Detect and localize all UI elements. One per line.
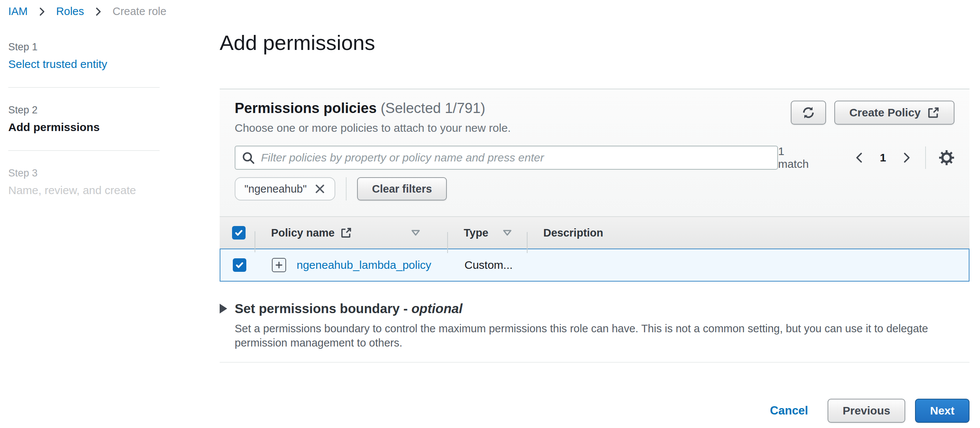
permissions-boundary-title: Set permissions boundary - optional (235, 301, 463, 316)
expand-row-icon[interactable] (272, 258, 286, 272)
permissions-boundary-section: Set permissions boundary - optional Set … (220, 301, 969, 363)
create-policy-label: Create Policy (850, 106, 921, 119)
filter-chip-ngeneahub: "ngeneahub" (235, 177, 335, 200)
panel-subtitle: Choose one or more policies to attach to… (235, 121, 511, 135)
panel-actions: Create Policy (791, 100, 955, 125)
step-2-label: Step 2 (8, 103, 159, 116)
breadcrumb-roles[interactable]: Roles (56, 5, 84, 18)
chevron-right-icon (94, 7, 103, 16)
policies-table: Policy name Type (220, 216, 969, 282)
step-2: Step 2 Add permissions (8, 103, 159, 135)
column-type[interactable]: Type (464, 227, 488, 239)
wizard-footer: Cancel Previous Next (220, 399, 969, 423)
step-divider (8, 150, 159, 151)
step-3-title-name-review-create: Name, review, and create (8, 183, 159, 198)
cancel-button[interactable]: Cancel (770, 404, 808, 417)
divider (220, 362, 969, 363)
divider (527, 232, 528, 253)
pagination: 1 (853, 151, 912, 164)
column-description: Description (543, 227, 603, 239)
next-page-icon[interactable] (901, 152, 912, 163)
selected-count: (Selected 1/791) (381, 100, 485, 116)
main-content: Add permissions Permissions policies (Se… (220, 27, 969, 423)
step-2-title-add-permissions: Add permissions (8, 119, 159, 135)
match-count: 1 match (778, 145, 818, 170)
policy-search-box (235, 146, 778, 170)
remove-filter-icon[interactable] (314, 183, 326, 194)
row-checkbox[interactable] (233, 258, 246, 272)
permissions-boundary-description: Set a permissions boundary to control th… (235, 321, 969, 350)
column-policy-name[interactable]: Policy name (271, 227, 334, 239)
current-page-number: 1 (880, 151, 886, 164)
select-all-checkbox[interactable] (232, 226, 245, 240)
search-icon (242, 151, 255, 164)
panel-header-text: Permissions policies (Selected 1/791) Ch… (235, 99, 511, 135)
table-row-ngeneahub-lambda-policy[interactable]: ngeneahub_lambda_policy Custom... (220, 248, 969, 282)
sort-filter-icon[interactable] (410, 228, 421, 238)
clear-filters-button[interactable]: Clear filters (357, 177, 447, 200)
breadcrumb-iam[interactable]: IAM (8, 5, 28, 18)
step-3: Step 3 Name, review, and create (8, 167, 159, 198)
sort-filter-icon[interactable] (502, 228, 512, 238)
table-header-row: Policy name Type (220, 216, 969, 248)
step-3-label: Step 3 (8, 167, 159, 180)
permissions-boundary-toggle[interactable]: Set permissions boundary - optional (220, 301, 969, 316)
step-1: Step 1 Select trusted entity (8, 41, 159, 72)
step-1-link-select-trusted-entity[interactable]: Select trusted entity (8, 56, 159, 72)
policy-name-link[interactable]: ngeneahub_lambda_policy (297, 259, 431, 271)
step-divider (8, 87, 159, 88)
permissions-policies-panel: Permissions policies (Selected 1/791) Ch… (220, 89, 969, 282)
external-link-icon (340, 227, 352, 239)
panel-title-text: Permissions policies (235, 100, 377, 116)
previous-button[interactable]: Previous (827, 399, 905, 423)
boundary-optional-label: optional (412, 301, 463, 316)
chevron-right-icon (38, 7, 46, 16)
refresh-button[interactable] (791, 100, 826, 125)
steps-sidebar: Step 1 Select trusted entity Step 2 Add … (8, 41, 159, 198)
external-link-icon (928, 107, 939, 119)
breadcrumb-create-role: Create role (113, 5, 166, 18)
previous-page-icon[interactable] (853, 152, 865, 163)
step-1-label: Step 1 (8, 41, 159, 53)
divider (925, 146, 926, 169)
create-policy-button[interactable]: Create Policy (834, 100, 955, 125)
filter-chip-label: "ngeneahub" (245, 183, 307, 195)
divider (346, 177, 347, 200)
panel-title: Permissions policies (Selected 1/791) (235, 99, 511, 117)
settings-gear-icon[interactable] (939, 150, 955, 165)
boundary-title-text: Set permissions boundary - (235, 301, 408, 316)
refresh-icon (802, 106, 815, 119)
next-button[interactable]: Next (915, 399, 969, 423)
breadcrumb: IAM Roles Create role (8, 5, 166, 18)
page-title: Add permissions (220, 27, 969, 59)
expand-triangle-icon (220, 304, 227, 313)
policy-search-input[interactable] (260, 151, 771, 164)
policy-type-cell: Custom... (465, 259, 512, 271)
